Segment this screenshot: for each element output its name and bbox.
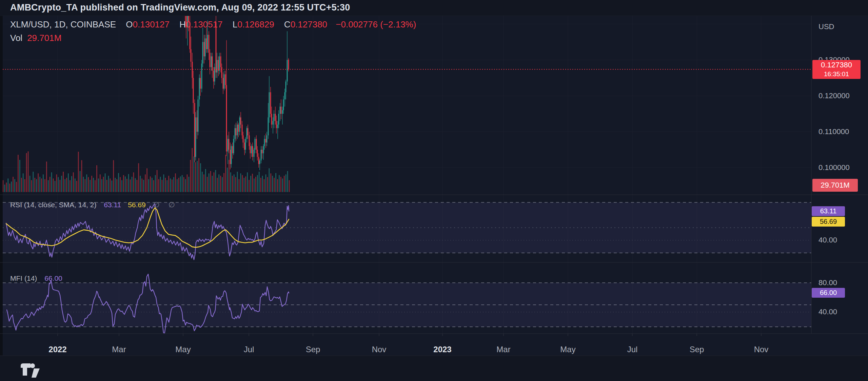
price-axis-label: 0.100000 [818, 163, 850, 172]
time-axis-label-year: 2023 [433, 345, 451, 354]
price-axis-label: 0.110000 [818, 127, 849, 136]
time-axis-label: Nov [372, 345, 387, 354]
tradingview-logo-icon [20, 363, 42, 378]
attribution-bar: AMBCrypto_TA published on TradingView.co… [0, 0, 868, 16]
time-axis-label: Mar [112, 345, 126, 354]
rsi-axis-label: 40.00 [818, 236, 837, 245]
time-axis-label: Sep [690, 345, 704, 354]
volume-legend[interactable]: Vol29.701M [10, 33, 61, 43]
price-axis-label: 0.120000 [818, 91, 850, 100]
bar-countdown-timer: 16:35:01 [812, 70, 861, 78]
rsi-sma-value: 56.69 [128, 201, 146, 209]
rsi-empty-values-icon: ∅ ∅ [153, 200, 178, 209]
chart-canvas[interactable] [0, 0, 868, 381]
price-axis-currency: USD [818, 22, 834, 31]
last-price-value: 0.127380 [812, 60, 861, 70]
rsi-value-badge: 63.11 [812, 206, 845, 216]
rsi-title[interactable]: RSI (14, close, SMA, 14, 2) [10, 201, 96, 209]
time-axis-label: Mar [496, 345, 510, 354]
high-label: H [179, 19, 186, 29]
open-value: 0.130127 [133, 19, 170, 29]
last-price-badge: 0.12738016:35:01 [812, 60, 861, 79]
tradingview-published-chart: AMBCrypto_TA published on TradingView.co… [0, 0, 868, 381]
mfi-value: 66.00 [44, 274, 62, 282]
mfi-axis-label: 40.00 [818, 308, 837, 316]
rsi-sma-badge: 56.69 [812, 217, 845, 227]
time-axis-label: May [560, 345, 575, 354]
time-axis-label-year: 2022 [48, 345, 66, 354]
rsi-value: 63.11 [104, 201, 121, 209]
mfi-value-badge: 66.00 [812, 288, 845, 298]
time-axis-label: Sep [306, 345, 320, 354]
high-value: 0.130517 [186, 19, 222, 29]
low-value: 0.126829 [237, 19, 274, 29]
time-axis-label: Nov [754, 345, 769, 354]
volume-value: 29.701M [27, 33, 61, 43]
mfi-axis-label: 80.00 [818, 278, 837, 287]
mfi-title[interactable]: MFI (14) [10, 274, 37, 282]
tradingview-watermark[interactable]: TradingView [20, 363, 142, 378]
change-value: −0.002776 (−2.13%) [336, 19, 416, 29]
time-axis-label: Jul [627, 345, 638, 354]
time-axis-label: May [175, 345, 191, 354]
mfi-legend[interactable]: MFI (14) 66.00 [10, 274, 62, 282]
symbol-title[interactable]: XLM/USD, 1D, COINBASE [10, 19, 116, 29]
low-label: L [233, 19, 237, 29]
open-label: O [126, 19, 133, 29]
attribution-text: AMBCrypto_TA published on TradingView.co… [10, 2, 350, 13]
close-label: C [284, 19, 291, 29]
symbol-legend[interactable]: XLM/USD, 1D, COINBASE O0.130127 H0.13051… [10, 19, 416, 30]
rsi-legend[interactable]: RSI (14, close, SMA, 14, 2) 63.11 56.69 … [10, 200, 178, 209]
volume-badge: 29.701M [812, 179, 858, 192]
close-value: 0.127380 [291, 19, 327, 29]
volume-label: Vol [10, 33, 22, 43]
time-axis-label: Jul [244, 345, 254, 354]
